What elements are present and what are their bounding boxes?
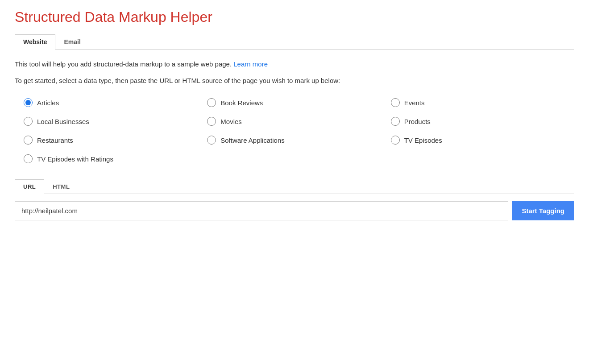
radio-tv-episodes-with-ratings[interactable]: TV Episodes with Ratings <box>24 154 207 163</box>
radio-movies-label: Movies <box>220 118 242 125</box>
radio-articles-label: Articles <box>37 99 59 107</box>
description-main: This tool will help you add structured-d… <box>15 60 232 68</box>
page-title: Structured Data Markup Helper <box>15 9 574 25</box>
start-tagging-button[interactable]: Start Tagging <box>512 201 574 220</box>
learn-more-link[interactable]: Learn more <box>233 60 268 68</box>
input-tab-url[interactable]: URL <box>15 179 44 194</box>
radio-local-businesses-label: Local Businesses <box>37 118 89 125</box>
radio-events-label: Events <box>404 99 425 107</box>
description-text: This tool will help you add structured-d… <box>15 59 574 70</box>
radio-movies[interactable]: Movies <box>207 117 390 126</box>
input-tab-html[interactable]: HTML <box>44 179 78 194</box>
radio-software-applications-label: Software Applications <box>220 136 284 144</box>
instruction-text: To get started, select a data type, then… <box>15 76 574 86</box>
radio-restaurants[interactable]: Restaurants <box>24 136 207 145</box>
tab-website[interactable]: Website <box>15 34 55 50</box>
input-tabs: URL HTML <box>15 179 574 194</box>
main-tabs: Website Email <box>15 34 574 50</box>
radio-book-reviews[interactable]: Book Reviews <box>207 98 390 107</box>
radio-articles[interactable]: Articles <box>24 98 207 107</box>
radio-products-label: Products <box>404 118 431 125</box>
radio-events[interactable]: Events <box>391 98 574 107</box>
data-type-grid: Articles Book Reviews Events Local Busin… <box>15 98 574 163</box>
url-input-row: Start Tagging <box>15 201 574 220</box>
radio-tv-episodes[interactable]: TV Episodes <box>391 136 574 145</box>
radio-tv-episodes-with-ratings-label: TV Episodes with Ratings <box>37 155 113 163</box>
tab-email[interactable]: Email <box>55 34 89 50</box>
radio-local-businesses[interactable]: Local Businesses <box>24 117 207 126</box>
radio-tv-episodes-label: TV Episodes <box>404 136 442 144</box>
radio-restaurants-label: Restaurants <box>37 136 73 144</box>
radio-products[interactable]: Products <box>391 117 574 126</box>
url-input[interactable] <box>15 201 508 220</box>
radio-software-applications[interactable]: Software Applications <box>207 136 390 145</box>
radio-book-reviews-label: Book Reviews <box>220 99 263 107</box>
